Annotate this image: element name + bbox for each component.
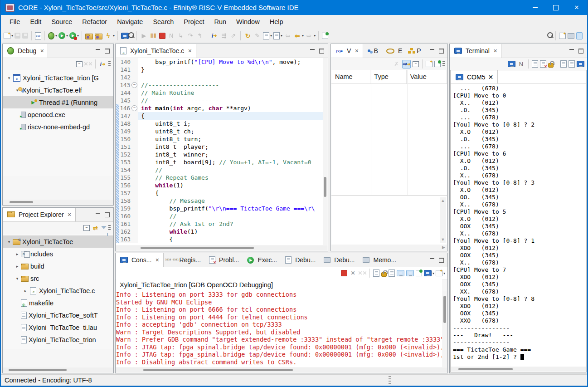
maximize-view-button[interactable] <box>105 49 110 54</box>
console-output[interactable]: Info : Listening on port 3333 for gdb co… <box>116 291 442 367</box>
tree-item[interactable]: Xyloni_TicTacToe_softT <box>3 309 113 321</box>
tree-item[interactable]: ▶Thread #1 (Running <box>3 96 113 108</box>
clear-console-icon[interactable] <box>373 269 379 277</box>
tree-item[interactable]: ▾Xyloni_TicTacToe <box>3 235 113 248</box>
view-menu-icon[interactable] <box>442 61 445 67</box>
flash-program-icon-dropdown[interactable]: ▾ <box>113 34 115 38</box>
code-line[interactable]: 143−//-------------------- <box>116 81 327 89</box>
drop-to-frame-icon[interactable]: ⇗ <box>229 32 237 39</box>
tree-item[interactable]: Xyloni_TicTacToe_trion <box>3 333 113 346</box>
column-header-name[interactable]: Name <box>331 70 370 83</box>
paste-icon[interactable] <box>569 60 575 68</box>
editor-hscrollbar[interactable] <box>116 245 327 250</box>
link-with-editor-icon[interactable]: ⇄ <box>92 224 99 232</box>
close-icon[interactable]: ✕ <box>488 73 493 81</box>
variable-detail-pane[interactable]: ▲▼ <box>331 195 447 245</box>
next-annotation-icon[interactable] <box>273 32 280 39</box>
run-last-icon-dropdown[interactable]: ▾ <box>77 34 79 38</box>
tab-debug-sources[interactable]: Debu... <box>319 253 358 267</box>
console-hscrollbar[interactable] <box>116 367 447 372</box>
tab-com5[interactable]: COM5 ✕ <box>451 70 498 83</box>
minimize-button[interactable] <box>525 0 545 15</box>
fold-collapse-icon[interactable]: − <box>131 82 137 88</box>
remove-launch-icon[interactable]: ✕ <box>349 269 357 277</box>
disconnect-icon[interactable]: N <box>167 32 175 39</box>
open-console-icon[interactable] <box>121 33 129 39</box>
import-project-icon[interactable] <box>85 34 93 39</box>
close-button[interactable]: ✕ <box>566 0 587 15</box>
terminate-icon[interactable] <box>341 270 347 276</box>
menu-window[interactable]: Window <box>231 16 265 27</box>
fold-collapse-icon[interactable]: − <box>131 105 137 111</box>
open-console-icon-dropdown[interactable]: ▾ <box>443 271 445 275</box>
minimize-view-button[interactable] <box>430 49 434 50</box>
code-line[interactable]: 142 <box>116 73 327 81</box>
tree-item[interactable]: makefile <box>3 297 113 309</box>
close-icon[interactable]: ✕ <box>493 48 497 54</box>
tree-item[interactable]: ▸Includes <box>3 248 113 260</box>
code-line[interactable]: 154 // <box>116 166 327 174</box>
collapsed-icon[interactable]: ▸ <box>22 289 29 293</box>
tab-debug[interactable]: Debug ✕ <box>3 44 48 58</box>
tree-item[interactable]: openocd.exe <box>3 108 113 121</box>
tree-item[interactable]: riscv-none-embed-gd <box>3 121 113 133</box>
new-wizard-icon[interactable] <box>4 33 10 39</box>
new-wizard-icon-dropdown[interactable]: ▾ <box>11 34 13 38</box>
close-icon[interactable]: ✕ <box>188 48 192 54</box>
maximize-view-button[interactable] <box>578 49 583 54</box>
close-icon[interactable]: ✕ <box>40 48 44 54</box>
debug-icon[interactable] <box>48 32 54 39</box>
menu-run[interactable]: Run <box>209 16 231 27</box>
collapse-all-icon[interactable] <box>413 61 419 67</box>
tab-debugger-console[interactable]: Debu... <box>281 253 319 267</box>
expanded-icon[interactable]: ▾ <box>5 76 13 80</box>
menu-search[interactable]: Search <box>148 16 179 27</box>
collapse-all-icon[interactable] <box>76 61 83 67</box>
mark-occurrences-icon[interactable]: ✎ <box>253 32 261 39</box>
code-line[interactable]: 152 int8_t winner; <box>116 151 327 158</box>
minimize-view-button[interactable] <box>96 213 100 214</box>
pin-view-icon[interactable] <box>434 61 441 67</box>
close-icon[interactable]: ✕ <box>355 48 359 54</box>
forward-icon[interactable]: ⇨ <box>305 32 313 39</box>
instruction-stepping-mode-icon[interactable]: i <box>99 60 107 68</box>
code-line[interactable]: 147{ <box>116 112 327 120</box>
code-line[interactable]: 144// Main Routine <box>116 89 327 97</box>
close-icon[interactable]: ✕ <box>155 257 159 263</box>
tree-item[interactable]: ▾Xyloni_TicTacToe.elf <box>3 84 113 96</box>
search-icon[interactable] <box>547 32 553 38</box>
debug-perspective-icon[interactable] <box>576 32 583 39</box>
tree-item[interactable]: Xyloni_TicTacToe_ti.lau <box>3 321 113 333</box>
clear-terminal-icon[interactable] <box>540 60 546 68</box>
forward-icon-dropdown[interactable]: ▾ <box>314 34 316 38</box>
view-menu-icon[interactable] <box>108 61 111 67</box>
tab-executables[interactable]: Exec... <box>243 253 281 267</box>
run-icon-dropdown[interactable]: ▾ <box>66 34 68 38</box>
code-line[interactable]: 163 { <box>116 235 327 243</box>
menu-file[interactable]: File <box>5 16 25 27</box>
tree-item[interactable]: ▸.cXyloni_TicTacToe.c <box>3 284 113 297</box>
tree-item[interactable]: ▾src <box>3 272 113 284</box>
last-edit-icon[interactable] <box>263 32 269 39</box>
copy-all-icon[interactable] <box>532 60 538 68</box>
back-icon-dropdown[interactable]: ▾ <box>302 34 304 38</box>
show-stdout-icon[interactable] <box>397 270 404 276</box>
save-all-icon[interactable] <box>22 33 28 39</box>
remove-all-launches-icon[interactable]: ✕✕ <box>359 269 366 277</box>
code-line[interactable]: 148 uint8_t i; <box>116 120 327 127</box>
terminal-settings-icon[interactable] <box>577 61 584 67</box>
menu-refactor[interactable]: Refactor <box>77 16 112 27</box>
tab-project-explorer[interactable]: Project Explorer ✕ <box>3 208 76 221</box>
menu-navigate[interactable]: Navigate <box>112 16 148 27</box>
resume-icon[interactable]: ▶ <box>140 32 148 39</box>
step-into-icon[interactable]: ↳ <box>177 32 185 39</box>
explorer-hscrollbar[interactable] <box>3 367 113 372</box>
display-selected-console-icon[interactable] <box>424 270 432 276</box>
code-line[interactable]: 156 while(1) <box>116 181 327 189</box>
binary-file-icon[interactable]: 010 <box>35 32 41 39</box>
minimize-view-button[interactable] <box>310 49 315 50</box>
statusbar-drag-handle[interactable] <box>389 376 391 384</box>
open-console-icon[interactable] <box>436 270 442 276</box>
pin-console-icon[interactable] <box>416 270 422 276</box>
code-line[interactable]: 153 int8_t board[9]; // You=+1, AI=-1, V… <box>116 158 327 166</box>
